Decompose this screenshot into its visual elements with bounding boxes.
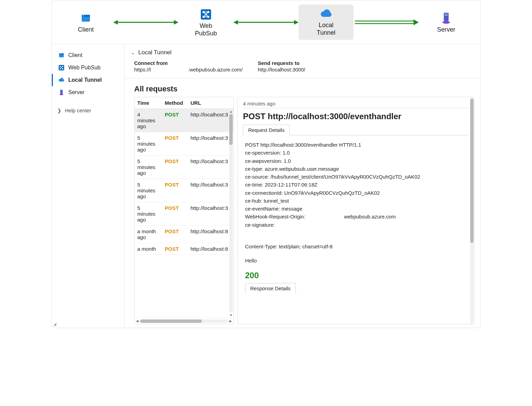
connect-from-label: Connect from	[134, 60, 244, 66]
send-to-label: Send requests to	[258, 60, 305, 66]
table-row[interactable]: a monthPOSThttp://localhost:8	[135, 243, 233, 255]
section-title: Local Tunnel	[138, 49, 171, 56]
diagram-node-client: Client	[58, 11, 113, 34]
server-icon	[58, 89, 65, 96]
scroll-right-icon[interactable]: ▶	[229, 319, 232, 323]
cell-method: POST	[162, 156, 188, 167]
arrow-right	[354, 15, 419, 29]
horizontal-scrollbar[interactable]: ◀ ▶	[135, 318, 233, 324]
cell-url: http://localhost:8	[188, 243, 233, 255]
cell-time: a month	[135, 243, 162, 255]
request-detail-panel: 4 minutes ago POST http://localhost:3000…	[237, 97, 475, 324]
svg-marker-16	[233, 20, 238, 24]
svg-marker-4	[113, 20, 118, 24]
cell-time: 5 minutes ago	[135, 156, 162, 179]
cell-url: http://localhost:3	[188, 109, 233, 120]
help-center-link[interactable]: ❯ Help center	[52, 103, 124, 117]
sidebar-item-server[interactable]: Server	[52, 86, 124, 99]
sidebar-item-label: Local Tunnel	[68, 77, 102, 83]
architecture-diagram: Client Web PubSub Local Tunnel	[52, 0, 480, 44]
request-body: Hello	[245, 257, 467, 264]
diagram-node-server: Server	[419, 11, 474, 34]
connect-from-value: https://l .webpubsub.azure.com/	[134, 67, 244, 72]
sidebar: ClientWeb PubSubLocal TunnelServer ❯ Hel…	[52, 44, 125, 328]
vertical-scrollbar[interactable]: ▲ ▼	[229, 109, 233, 318]
cell-time: 5 minutes ago	[135, 179, 162, 202]
table-row[interactable]: 4 minutes agoPOSThttp://localhost:3	[135, 109, 233, 132]
svg-point-24	[442, 21, 450, 24]
col-time: Time	[135, 97, 162, 109]
chevron-right-icon: ❯	[57, 108, 61, 113]
cell-method: POST	[162, 132, 188, 144]
col-url: URL	[188, 97, 233, 109]
svg-point-37	[60, 94, 63, 95]
svg-marker-20	[414, 19, 419, 25]
svg-marker-17	[294, 20, 299, 24]
chevron-down-icon[interactable]: ⌄	[131, 50, 135, 55]
sidebar-item-label: Web PubSub	[68, 65, 101, 71]
diagram-node-label: Web PubSub	[178, 22, 233, 37]
client-icon	[58, 52, 65, 59]
table-row[interactable]: 5 minutes agoPOSThttp://localhost:3	[135, 202, 233, 226]
table-row[interactable]: 5 minutes agoPOSThttp://localhost:3	[135, 132, 233, 156]
main-content: ⌄ Local Tunnel Connect from https://l .w…	[125, 44, 480, 328]
arrow-bidirectional	[233, 15, 299, 29]
table-row[interactable]: a month agoPOSThttp://localhost:8	[135, 226, 233, 243]
sidebar-item-localtunnel[interactable]: Local Tunnel	[52, 74, 124, 86]
content-type-line: Content-Type: text/plain; charset=utf-8	[245, 243, 467, 250]
sidebar-item-label: Server	[68, 89, 84, 95]
sidebar-item-client[interactable]: Client	[52, 49, 124, 61]
cloud-icon	[299, 7, 354, 21]
svg-marker-5	[174, 20, 178, 24]
col-method: Method	[162, 97, 188, 109]
cell-url: http://localhost:3	[188, 202, 233, 214]
svg-rect-27	[60, 54, 60, 54]
cell-url: http://localhost:3	[188, 132, 233, 144]
sidebar-item-webpubsub[interactable]: Web PubSub	[52, 61, 124, 74]
webpubsub-icon	[58, 64, 65, 71]
table-row[interactable]: 5 minutes agoPOSThttp://localhost:3	[135, 179, 233, 202]
svg-rect-22	[444, 14, 448, 14]
vertical-scrollbar[interactable]	[470, 97, 474, 324]
response-status: 200	[245, 271, 467, 280]
send-to-value: http://localhost:3000/	[258, 67, 305, 72]
table-header: Time Method URL	[135, 97, 233, 109]
cell-method: POST	[162, 109, 188, 120]
all-requests-heading: All requests	[125, 78, 480, 97]
tab-request-details[interactable]: Request Details	[243, 125, 290, 135]
resize-grip-icon[interactable]: ◢	[53, 322, 56, 326]
arrow-bidirectional	[113, 15, 178, 29]
cell-time: 5 minutes ago	[135, 132, 162, 155]
cell-time: 5 minutes ago	[135, 202, 162, 225]
diagram-node-label: Client	[58, 26, 113, 34]
server-icon	[419, 11, 474, 25]
tab-response-details[interactable]: Response Details	[245, 283, 296, 294]
cell-method: POST	[162, 202, 188, 214]
svg-rect-2	[83, 15, 84, 16]
scroll-down-icon[interactable]: ▼	[229, 313, 233, 317]
cloud-icon	[58, 77, 65, 83]
scroll-left-icon[interactable]: ◀	[136, 319, 139, 323]
svg-rect-23	[444, 15, 448, 16]
scroll-up-icon[interactable]: ▲	[229, 110, 233, 113]
table-row[interactable]: 5 minutes agoPOSThttp://localhost:3	[135, 156, 233, 179]
detail-request-title: POST http://localhost:3000/eventhandler	[243, 112, 469, 121]
request-headers-block: POST http://localhost:3000/eventhandler …	[245, 141, 467, 229]
webpubsub-icon	[178, 7, 233, 22]
cell-method: POST	[162, 243, 188, 255]
requests-table: Time Method URL 4 minutes agoPOSThttp://…	[134, 97, 234, 324]
svg-rect-36	[61, 90, 62, 91]
cell-url: http://localhost:3	[188, 179, 233, 190]
diagram-node-webpubsub: Web PubSub	[178, 7, 233, 37]
diagram-node-label: Server	[419, 26, 474, 34]
diagram-node-localtunnel: Local Tunnel	[299, 4, 354, 40]
diagram-node-label: Local Tunnel	[299, 22, 354, 36]
cell-time: a month ago	[135, 226, 162, 243]
client-icon	[58, 11, 113, 25]
cell-time: 4 minutes ago	[135, 109, 162, 132]
cell-method: POST	[162, 226, 188, 237]
detail-timestamp: 4 minutes ago	[243, 101, 469, 106]
cell-method: POST	[162, 179, 188, 190]
sidebar-item-label: Client	[68, 52, 82, 58]
cell-url: http://localhost:8	[188, 226, 233, 237]
